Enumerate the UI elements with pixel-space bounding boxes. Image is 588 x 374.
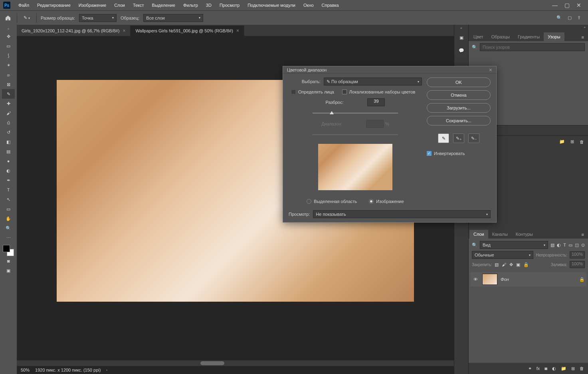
lock-transparency-icon[interactable]: ▧ [495,262,499,267]
load-button[interactable]: Загрузить... [427,103,491,113]
group-icon[interactable]: 📁 [561,366,566,371]
menu-type[interactable]: Текст [129,1,148,9]
move-tool[interactable]: ✥ [2,32,15,41]
layer-thumbnail[interactable] [482,274,497,285]
filter-pixel-icon[interactable]: ▧ [550,243,554,248]
filter-toggle[interactable]: ⊙ [581,243,585,248]
doc-tab-1[interactable]: Girls_1920x1200_112-241.jpg @ 66,7% (RGB… [17,26,131,36]
preview-dropdown[interactable]: Не показывать▾ [313,210,491,218]
sample-dropdown[interactable]: Все слои▾ [143,14,203,22]
blur-tool[interactable]: ● [2,156,15,166]
more-tools[interactable]: ⋯ [2,233,15,243]
clone-tool[interactable]: ⎙ [2,118,15,127]
zoom-tool[interactable]: 🔍 [2,223,15,233]
tab-gradients[interactable]: Градиенты [514,32,544,41]
menu-file[interactable]: Файл [14,1,33,9]
hand-tool[interactable]: ✋ [2,214,15,223]
menu-window[interactable]: Окно [299,1,318,9]
screen-mode-toggle[interactable]: ▣ [2,266,15,275]
expand-panels[interactable]: « [460,26,462,30]
panel-menu-icon[interactable]: ≡ [578,33,587,41]
new-layer-icon[interactable]: ⊞ [571,366,575,371]
lasso-tool[interactable]: ⟆ [2,51,15,60]
fill-input[interactable]: 100% [570,261,585,268]
tab-patterns[interactable]: Узоры [544,32,564,41]
menu-select[interactable]: Выделение [148,1,179,9]
trash-icon[interactable]: 🗑 [580,139,584,144]
eyedropper-sample[interactable]: ✎ [438,133,449,143]
collapse-panels[interactable]: » [469,25,588,30]
radio-selection[interactable]: Выделенная область [307,199,357,204]
menu-image[interactable]: Изображение [75,1,110,9]
crop-tool[interactable]: ⎄ [2,70,15,80]
layer-filter-dropdown[interactable]: Вид▾ [480,241,548,249]
invert-checkbox[interactable]: ✓ [427,151,432,156]
gradient-tool[interactable]: ▤ [2,147,15,156]
minimize-button[interactable]: — [549,1,561,9]
path-tool[interactable]: ↖ [2,195,15,204]
menu-help[interactable]: Справка [318,1,343,9]
lock-all-icon[interactable]: 🔒 [523,262,529,267]
color-swatch[interactable] [3,245,14,256]
fuzziness-input[interactable]: 39 [367,98,385,106]
eyedropper-add[interactable]: ✎₊ [453,133,464,143]
preview-thumbnail[interactable] [318,144,392,190]
shape-tool[interactable]: ▭ [2,204,15,214]
tab-color[interactable]: Цвет [469,32,487,41]
dialog-close-button[interactable]: × [489,67,492,73]
tab-layers[interactable]: Слои [469,230,488,239]
tab-paths[interactable]: Контуры [512,230,537,239]
menu-filter[interactable]: Фильтр [179,1,202,9]
pattern-search-input[interactable] [480,43,585,51]
save-button[interactable]: Сохранить... [427,116,491,125]
doc-tab-2[interactable]: Wallpapers Girls №591_006.jpg @ 50% (RGB… [131,26,244,36]
lock-position-icon[interactable]: ✥ [509,262,513,267]
tab-swatches[interactable]: Образцы [487,32,514,41]
layer-name[interactable]: Фон [501,277,509,282]
lock-artboard-icon[interactable]: ▣ [516,262,520,267]
folder-icon[interactable]: 📁 [559,139,565,144]
horizontal-scrollbar[interactable] [17,360,454,366]
menu-3d[interactable]: 3D [202,1,216,9]
layer-style-icon[interactable]: fx [537,366,540,371]
close-button[interactable]: ✕ [573,1,585,9]
color-panel-icon[interactable]: ▣ [456,32,467,43]
localized-checkbox[interactable] [342,90,347,94]
adjustment-layer-icon[interactable]: ◐ [552,366,556,371]
menu-edit[interactable]: Редактирование [33,1,75,9]
history-brush-tool[interactable]: ↺ [2,127,15,137]
visibility-icon[interactable]: 👁 [472,277,479,282]
toolbar-expand[interactable]: » [7,26,10,32]
filter-adjust-icon[interactable]: ◐ [557,243,561,248]
frame-tool[interactable]: ⊠ [2,80,15,89]
zoom-level[interactable]: 50% [21,368,30,372]
quick-select-tool[interactable]: ✶ [2,60,15,70]
type-tool[interactable]: T [2,185,15,195]
eyedropper-subtract[interactable]: ✎₋ [468,133,479,143]
tab-channels[interactable]: Каналы [488,230,512,239]
panel-menu-icon[interactable]: ≡ [578,231,587,239]
menu-plugins[interactable]: Подключаемые модули [244,1,299,9]
link-layers-icon[interactable]: ⚭ [528,366,532,371]
menu-view[interactable]: Просмотр [216,1,244,9]
filter-type-icon[interactable]: T [563,243,566,247]
layer-mask-icon[interactable]: ◙ [544,366,547,371]
ok-button[interactable]: OK [427,78,491,87]
maximize-button[interactable]: ▢ [561,1,573,9]
eyedropper-tool[interactable]: ✎ [2,89,15,99]
share-icon[interactable]: ⇪ [577,15,581,20]
close-icon[interactable]: × [236,28,239,34]
filter-smart-icon[interactable]: ◫ [575,243,579,248]
layer-item-background[interactable]: 👁 Фон 🔒 [470,272,586,286]
comments-panel-icon[interactable]: 💬 [456,45,467,56]
marquee-tool[interactable]: ▭ [2,41,15,51]
eraser-tool[interactable]: ◧ [2,137,15,147]
search-icon[interactable]: 🔍 [556,15,562,20]
brush-tool[interactable]: 🖌 [2,108,15,118]
eyedropper-tool-icon[interactable]: ✎ ▾ [21,15,32,20]
layers-list[interactable]: 👁 Фон 🔒 [469,271,588,363]
radio-image[interactable]: Изображение [369,199,404,204]
workspace-icon[interactable]: ▢ [568,15,572,20]
dialog-titlebar[interactable]: Цветовой диапазон × [283,66,496,74]
select-dropdown[interactable]: ✎ По образцам▾ [324,78,422,86]
